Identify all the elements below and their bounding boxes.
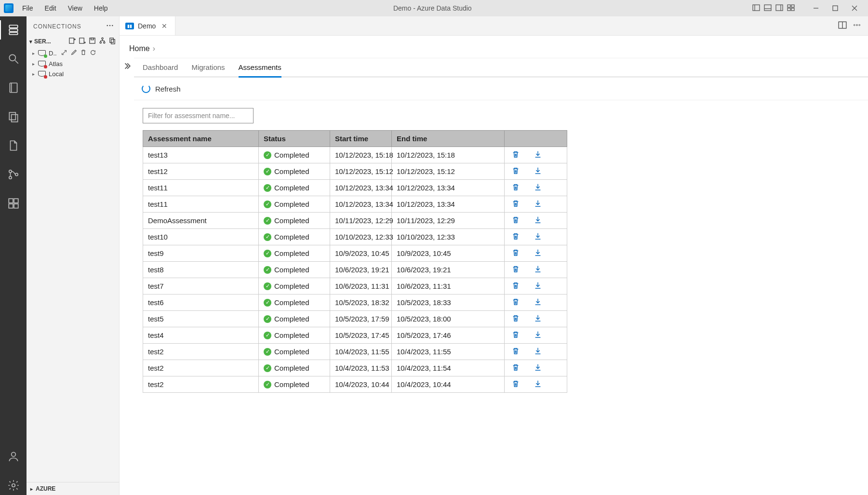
delete-icon[interactable] [511, 150, 520, 160]
delete-icon[interactable] [511, 297, 520, 308]
window-maximize-button[interactable] [826, 0, 845, 16]
table-row[interactable]: test5✓Completed10/5/2023, 17:5910/5/2023… [143, 311, 567, 327]
table-row[interactable]: test7✓Completed10/6/2023, 11:3110/6/2023… [143, 278, 567, 294]
menu-file[interactable]: File [17, 2, 38, 14]
tab-dashboard[interactable]: Dashboard [143, 63, 178, 76]
column-header[interactable]: Start time [330, 131, 392, 147]
download-icon[interactable] [534, 347, 542, 357]
delete-icon[interactable] [511, 248, 520, 258]
reload-icon[interactable] [90, 49, 96, 57]
download-icon[interactable] [534, 232, 542, 242]
delete-icon[interactable] [511, 379, 520, 389]
delete-icon[interactable] [511, 183, 520, 193]
delete-icon[interactable] [511, 281, 520, 291]
download-icon[interactable] [534, 199, 542, 209]
activity-notebooks[interactable] [0, 78, 27, 97]
menu-help[interactable]: Help [89, 2, 113, 14]
refresh-icon[interactable] [142, 84, 150, 93]
delete-icon[interactable] [511, 347, 520, 357]
tab-migrations[interactable]: Migrations [191, 63, 225, 76]
new-group-icon[interactable] [79, 37, 86, 46]
close-icon[interactable]: ✕ [160, 21, 169, 31]
window-close-button[interactable] [845, 0, 864, 16]
download-icon[interactable] [534, 166, 542, 176]
activity-source[interactable] [0, 136, 27, 155]
expand-sidebar-icon[interactable] [122, 62, 131, 495]
table-row[interactable]: test8✓Completed10/6/2023, 19:2110/6/2023… [143, 262, 567, 278]
activity-settings[interactable] [0, 476, 27, 495]
table-row[interactable]: test11✓Completed10/12/2023, 13:3410/12/2… [143, 180, 567, 196]
menu-view[interactable]: View [63, 2, 87, 14]
table-row[interactable]: test6✓Completed10/5/2023, 18:3210/5/2023… [143, 294, 567, 311]
download-icon[interactable] [534, 379, 542, 389]
server-row[interactable]: ▸Atlas [28, 59, 119, 69]
svg-rect-19 [10, 83, 17, 93]
table-row[interactable]: test4✓Completed10/5/2023, 17:4510/5/2023… [143, 327, 567, 344]
svg-rect-27 [14, 199, 18, 203]
editor-more-icon[interactable] [853, 21, 861, 31]
layout-left-icon[interactable] [752, 4, 760, 13]
refresh-button[interactable]: Refresh [155, 85, 181, 93]
download-icon[interactable] [534, 363, 542, 373]
download-icon[interactable] [534, 297, 542, 308]
activity-source-control[interactable] [0, 165, 27, 184]
cell-name: test10 [143, 229, 259, 245]
delete-icon[interactable] [511, 199, 520, 209]
breadcrumb[interactable]: Home › [120, 36, 868, 58]
table-row[interactable]: test13✓Completed10/12/2023, 15:1810/12/2… [143, 147, 567, 163]
table-row[interactable]: test9✓Completed10/9/2023, 10:4510/9/2023… [143, 245, 567, 262]
split-editor-icon[interactable] [838, 21, 847, 31]
download-icon[interactable] [534, 281, 542, 291]
sidebar-section-servers[interactable]: ▾ SER... [27, 36, 119, 47]
column-header[interactable]: Assessment name [143, 131, 259, 147]
download-icon[interactable] [534, 215, 542, 226]
delete-icon[interactable] [511, 330, 520, 340]
delete-icon[interactable] [511, 232, 520, 242]
delete-icon[interactable] [511, 215, 520, 226]
download-icon[interactable] [534, 330, 542, 340]
download-icon[interactable] [534, 150, 542, 160]
new-connection-icon[interactable] [68, 37, 76, 46]
table-row[interactable]: test2✓Completed10/4/2023, 11:5310/4/2023… [143, 360, 567, 376]
server-row[interactable]: ▸Local [28, 69, 119, 79]
download-icon[interactable] [534, 248, 542, 258]
delete-icon[interactable] [511, 363, 520, 373]
column-header[interactable]: Status [259, 131, 330, 147]
activity-search[interactable] [0, 49, 27, 68]
filter-input[interactable] [143, 108, 254, 123]
activity-connections[interactable] [0, 20, 27, 40]
download-icon[interactable] [534, 265, 542, 275]
activity-explorer[interactable] [0, 107, 27, 126]
delete-icon[interactable] [511, 265, 520, 275]
layout-bottom-icon[interactable] [764, 4, 772, 13]
layout-grid-icon[interactable] [787, 4, 795, 13]
hierarchy-icon[interactable] [99, 37, 106, 46]
delete-icon[interactable] [511, 314, 520, 324]
editor-tab-demo[interactable]: ▮▮ Demo ✕ [120, 16, 175, 35]
activity-extensions[interactable] [0, 194, 27, 213]
sidebar-section-azure[interactable]: ▸ AZURE [27, 482, 119, 495]
column-header[interactable]: End time [392, 131, 505, 147]
svg-rect-4 [776, 5, 783, 11]
table-row[interactable]: test11✓Completed10/12/2023, 13:3410/12/2… [143, 196, 567, 213]
server-row[interactable]: ▸D.. [28, 48, 119, 59]
collapse-icon[interactable] [109, 37, 116, 46]
menu-edit[interactable]: Edit [40, 2, 61, 14]
sidebar-more-icon[interactable] [106, 21, 114, 31]
delete-icon[interactable] [511, 166, 520, 176]
table-row[interactable]: DemoAssessment✓Completed10/11/2023, 12:2… [143, 213, 567, 229]
delete-icon[interactable] [80, 49, 87, 57]
table-row[interactable]: test12✓Completed10/12/2023, 15:1210/12/2… [143, 163, 567, 180]
table-row[interactable]: test10✓Completed10/10/2023, 12:3310/10/2… [143, 229, 567, 245]
window-minimize-button[interactable] [806, 0, 826, 16]
download-icon[interactable] [534, 183, 542, 193]
table-row[interactable]: test2✓Completed10/4/2023, 11:5510/4/2023… [143, 344, 567, 360]
tab-assessments[interactable]: Assessments [239, 63, 281, 76]
layout-right-icon[interactable] [775, 4, 783, 13]
table-row[interactable]: test2✓Completed10/4/2023, 10:4410/4/2023… [143, 376, 567, 393]
connect-icon[interactable] [61, 49, 67, 57]
save-icon[interactable] [89, 37, 96, 46]
download-icon[interactable] [534, 314, 542, 324]
activity-account[interactable] [0, 447, 27, 466]
edit-icon[interactable] [70, 49, 77, 57]
